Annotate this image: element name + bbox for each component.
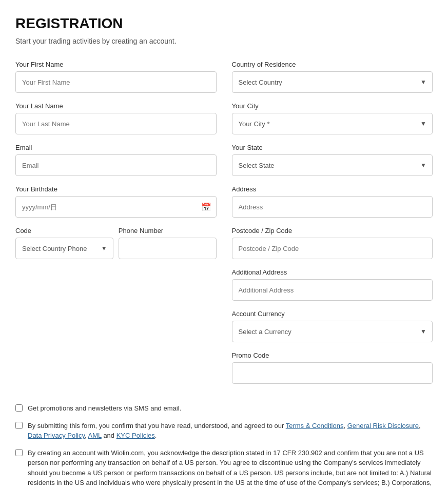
right-column: Country of Residence Select Country ▼ Yo… <box>232 61 433 393</box>
terms-text-before: By submitting this form, you confirm tha… <box>28 422 286 430</box>
postcode-group: Postcode / Zip Code <box>232 227 433 259</box>
state-label: Your State <box>232 144 433 151</box>
address-group: Address <box>232 185 433 218</box>
last-name-group: Your Last Name <box>15 102 217 134</box>
terms-and: and <box>102 432 116 439</box>
phone-label: Phone Number <box>119 227 217 235</box>
terms-checkbox-group: By submitting this form, you confirm tha… <box>15 421 433 441</box>
phone-input[interactable] <box>119 238 217 259</box>
state-group: Your State Select State ▼ <box>232 144 433 176</box>
newsletter-checkbox[interactable] <box>15 404 23 412</box>
terms-checkbox[interactable] <box>15 422 23 429</box>
additional-address-group: Additional Address <box>232 268 433 301</box>
currency-group: Account Currency Select a Currency ▼ <box>232 310 433 342</box>
checkboxes-section: Get promotions and newsletters via SMS a… <box>15 403 433 488</box>
country-select[interactable]: Select Country <box>232 71 433 93</box>
currency-select[interactable]: Select a Currency <box>232 321 433 342</box>
kyc-policies-link[interactable]: KYC Policies <box>116 432 155 439</box>
birthdate-label: Your Birthdate <box>15 185 217 193</box>
last-name-input[interactable] <box>15 113 217 134</box>
city-group: Your City Your City * ▼ <box>232 102 433 134</box>
postcode-input[interactable] <box>232 238 433 259</box>
email-group: Email <box>15 144 217 176</box>
terms-label: By submitting this form, you confirm tha… <box>28 421 433 441</box>
promo-group: Promo Code <box>232 352 433 384</box>
country-group: Country of Residence Select Country ▼ <box>232 61 433 93</box>
first-name-input[interactable] <box>15 71 217 93</box>
page-title: REGISTRATION <box>15 15 433 32</box>
birthdate-group: Your Birthdate 📅 <box>15 185 217 218</box>
first-name-group: Your First Name <box>15 61 217 93</box>
currency-label: Account Currency <box>232 310 433 318</box>
city-label: Your City <box>232 102 433 110</box>
newsletter-label: Get promotions and newsletters via SMS a… <box>28 403 181 414</box>
privacy-policy-link[interactable]: Data Privacy Policy <box>28 432 85 439</box>
page-subtitle: Start your trading activities by creatin… <box>15 37 433 45</box>
address-input[interactable] <box>232 196 433 218</box>
left-column: Your First Name Your Last Name Email You… <box>15 61 217 393</box>
terms-comma1: , <box>343 422 347 430</box>
terms-conditions-link[interactable]: Terms & Conditions <box>286 422 344 430</box>
email-input[interactable] <box>15 154 217 176</box>
us-person-label: By creating an account with Wiolin.com, … <box>28 448 433 489</box>
additional-address-input[interactable] <box>232 279 433 301</box>
newsletter-checkbox-group: Get promotions and newsletters via SMS a… <box>15 403 433 414</box>
email-label: Email <box>15 144 217 151</box>
general-risk-link[interactable]: General Risk Disclosure <box>347 422 419 430</box>
terms-end: . <box>155 432 157 439</box>
state-select[interactable]: Select State <box>232 154 433 176</box>
promo-label: Promo Code <box>232 352 433 359</box>
aml-link[interactable]: AML <box>88 432 102 439</box>
phone-group: Code Select Country Phone ▼ Phone Number <box>15 227 217 259</box>
country-phone-select[interactable]: Select Country Phone <box>15 238 113 259</box>
birthdate-input[interactable] <box>15 196 217 218</box>
city-select[interactable]: Your City * <box>232 113 433 134</box>
us-person-checkbox[interactable] <box>15 449 23 456</box>
code-label: Code <box>15 227 113 235</box>
terms-comma2: , <box>419 422 421 430</box>
promo-input[interactable] <box>232 362 433 384</box>
us-person-checkbox-group: By creating an account with Wiolin.com, … <box>15 448 433 489</box>
address-label: Address <box>232 185 433 193</box>
first-name-label: Your First Name <box>15 61 217 68</box>
last-name-label: Your Last Name <box>15 102 217 110</box>
additional-address-label: Additional Address <box>232 268 433 276</box>
postcode-label: Postcode / Zip Code <box>232 227 433 235</box>
country-label: Country of Residence <box>232 61 433 68</box>
